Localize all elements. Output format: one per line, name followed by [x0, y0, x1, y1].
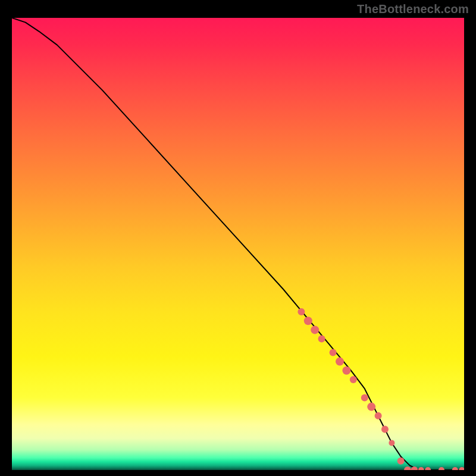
- data-marker: [298, 308, 305, 315]
- plot-area: [12, 18, 464, 470]
- data-markers: [298, 308, 464, 470]
- data-marker: [389, 440, 394, 446]
- bottleneck-curve: [12, 18, 464, 470]
- data-marker: [361, 394, 368, 401]
- data-marker: [304, 317, 312, 325]
- data-marker: [330, 349, 337, 356]
- data-marker: [459, 467, 464, 470]
- data-marker: [375, 412, 382, 419]
- chart-frame: TheBottleneck.com: [0, 0, 476, 476]
- chart-svg: [12, 18, 464, 470]
- data-marker: [350, 376, 357, 383]
- data-marker: [452, 467, 458, 470]
- data-marker: [404, 466, 411, 470]
- data-marker: [318, 336, 325, 343]
- data-marker: [311, 325, 319, 334]
- data-marker: [336, 358, 344, 366]
- data-marker: [425, 467, 431, 470]
- data-marker: [342, 367, 350, 375]
- data-marker: [381, 426, 389, 433]
- data-marker: [418, 467, 424, 470]
- data-marker: [439, 467, 444, 470]
- attribution-text: TheBottleneck.com: [357, 2, 469, 16]
- data-marker: [397, 458, 405, 465]
- data-marker: [367, 403, 375, 411]
